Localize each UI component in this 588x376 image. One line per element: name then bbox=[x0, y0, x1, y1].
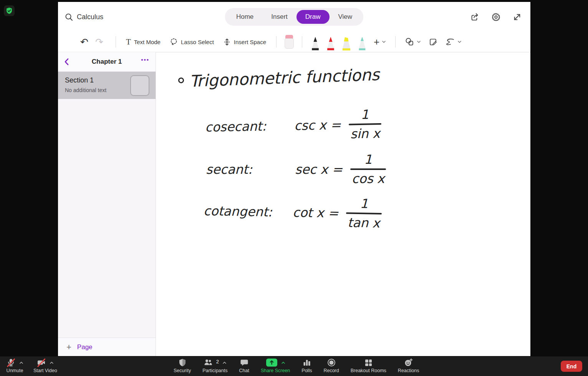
note-annotate-button[interactable] bbox=[429, 38, 437, 46]
tab-draw[interactable]: Draw bbox=[296, 10, 330, 24]
fraction-denominator: cos x bbox=[350, 172, 386, 186]
pages-sidebar: Chapter 1 ••• Section 1 No additional te… bbox=[58, 52, 156, 356]
record-icon bbox=[327, 358, 336, 367]
shield-check-icon bbox=[6, 7, 13, 14]
chat-bubble-icon bbox=[240, 359, 248, 367]
mic-muted-icon bbox=[6, 358, 16, 367]
formula-lhs: cot x = bbox=[293, 205, 339, 221]
chevron-down-icon bbox=[457, 40, 462, 43]
unmute-button[interactable]: Unmute bbox=[6, 358, 23, 373]
settings-gear-icon[interactable] bbox=[491, 12, 501, 22]
tab-insert[interactable]: Insert bbox=[262, 10, 296, 24]
chevron-down-icon bbox=[382, 40, 386, 43]
av-controls: Unmute Start Video bbox=[6, 358, 57, 373]
lasso-select-button[interactable]: Lasso Select bbox=[170, 38, 214, 46]
security-button[interactable]: Security bbox=[174, 358, 191, 373]
topbar-actions bbox=[470, 2, 522, 32]
start-video-label: Start Video bbox=[33, 368, 57, 373]
notebook-search[interactable]: Calculus bbox=[65, 2, 103, 32]
polls-label: Polls bbox=[301, 368, 312, 373]
insert-space-label: Insert Space bbox=[234, 39, 266, 45]
share-screen-label: Share Screen bbox=[261, 368, 290, 373]
ribbon-separator bbox=[302, 36, 302, 48]
end-meeting-button[interactable]: End bbox=[561, 361, 582, 372]
more-options-icon[interactable]: ••• bbox=[141, 56, 149, 63]
eraser-tool[interactable] bbox=[284, 35, 294, 49]
page-list-item-selected[interactable]: Section 1 No additional text bbox=[58, 72, 156, 99]
red-pen-tool[interactable] bbox=[326, 36, 336, 52]
yellow-highlighter-tool[interactable] bbox=[341, 36, 352, 52]
teal-pen-tool[interactable] bbox=[357, 36, 367, 52]
bullet-circle bbox=[178, 78, 184, 84]
breakout-rooms-label: Breakout Rooms bbox=[351, 368, 386, 373]
draw-ribbon: ↶ ↷ T Text Mode Lasso Select bbox=[58, 32, 530, 52]
breakout-rooms-icon bbox=[364, 359, 373, 367]
record-label: Record bbox=[323, 368, 339, 373]
drawing-canvas[interactable]: Trigonometric functions cosecant: csc x … bbox=[156, 52, 530, 356]
page-thumbnail bbox=[130, 75, 149, 96]
back-chevron-icon[interactable] bbox=[64, 58, 69, 66]
text-mode-label: Text Mode bbox=[134, 39, 161, 45]
add-page-label: Page bbox=[77, 343, 93, 351]
share-icon[interactable] bbox=[470, 12, 480, 22]
black-pen-tool[interactable] bbox=[310, 36, 320, 52]
polls-button[interactable]: Polls bbox=[301, 359, 312, 373]
text-mode-button[interactable]: T Text Mode bbox=[126, 37, 161, 47]
formula-label: cotangent: bbox=[204, 203, 293, 220]
ribbon-tabbar: Home Insert Draw View bbox=[225, 8, 363, 26]
fraction-bar bbox=[350, 168, 386, 170]
ink-to-shape-button[interactable] bbox=[445, 38, 462, 46]
add-page-button[interactable]: + Page bbox=[58, 338, 156, 356]
formula-lhs: csc x = bbox=[294, 117, 341, 133]
meeting-actions: Security 2 Participants bbox=[174, 358, 419, 373]
lasso-icon bbox=[170, 38, 178, 46]
camera-off-icon bbox=[36, 358, 46, 367]
fraction: 1 cos x bbox=[350, 153, 386, 185]
participants-icon bbox=[204, 359, 213, 366]
handwritten-title: Trigonometric functions bbox=[178, 65, 380, 91]
share-screen-button[interactable]: Share Screen bbox=[261, 358, 290, 373]
formula-secant: secant: sec x = 1 cos x bbox=[206, 153, 386, 185]
add-pen-button[interactable]: + bbox=[374, 37, 386, 47]
meeting-stage: Calculus Home Insert Draw View bbox=[0, 0, 588, 376]
chat-button[interactable]: Chat bbox=[239, 359, 249, 373]
tab-home[interactable]: Home bbox=[227, 10, 262, 24]
scribble-icon bbox=[445, 38, 455, 46]
fraction: 1 tan x bbox=[346, 197, 382, 230]
security-shield-icon bbox=[178, 358, 187, 367]
undo-button[interactable]: ↶ bbox=[80, 37, 88, 47]
fraction: 1 sin x bbox=[348, 108, 382, 141]
reactions-button[interactable]: Reactions bbox=[398, 358, 419, 373]
plus-icon: + bbox=[374, 37, 379, 47]
chevron-up-icon[interactable] bbox=[281, 361, 285, 364]
chat-label: Chat bbox=[239, 368, 249, 373]
plus-icon: + bbox=[66, 342, 71, 352]
breakout-rooms-button[interactable]: Breakout Rooms bbox=[351, 359, 386, 373]
participants-button[interactable]: 2 Participants bbox=[202, 358, 227, 373]
ribbon-separator bbox=[116, 36, 116, 48]
formula-lhs: sec x = bbox=[295, 162, 343, 177]
fraction-numerator: 1 bbox=[358, 108, 372, 121]
fraction-numerator: 1 bbox=[357, 197, 371, 211]
fraction-bar bbox=[346, 212, 381, 214]
shapes-button[interactable] bbox=[405, 37, 421, 46]
fraction-denominator: tan x bbox=[346, 216, 382, 230]
lasso-select-label: Lasso Select bbox=[181, 39, 214, 45]
share-screen-icon bbox=[266, 358, 278, 367]
shapes-icon bbox=[405, 37, 414, 46]
ribbon-separator bbox=[276, 36, 277, 48]
chevron-up-icon[interactable] bbox=[50, 361, 54, 364]
formula-label: secant: bbox=[206, 162, 295, 177]
start-video-button[interactable]: Start Video bbox=[33, 358, 57, 373]
notebook-section-title: Chapter 1 bbox=[92, 58, 122, 66]
chevron-up-icon[interactable] bbox=[19, 361, 23, 364]
chevron-up-icon[interactable] bbox=[222, 361, 227, 364]
fullscreen-expand-icon[interactable] bbox=[512, 12, 522, 22]
tab-view[interactable]: View bbox=[330, 10, 361, 24]
fraction-numerator: 1 bbox=[361, 153, 375, 167]
meeting-info-badge[interactable] bbox=[4, 5, 15, 16]
redo-button[interactable]: ↷ bbox=[95, 37, 103, 47]
search-icon bbox=[65, 13, 73, 21]
record-button[interactable]: Record bbox=[323, 358, 339, 373]
insert-space-button[interactable]: Insert Space bbox=[223, 38, 266, 46]
